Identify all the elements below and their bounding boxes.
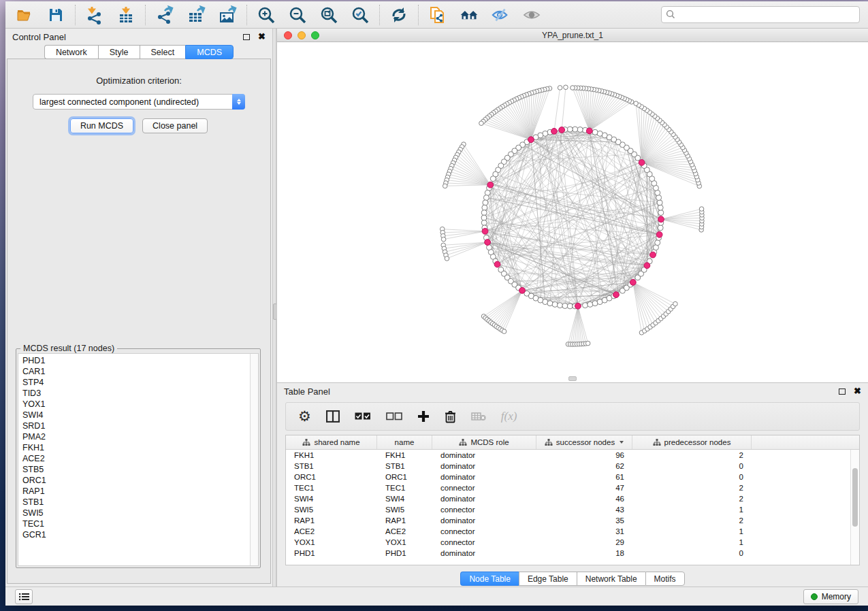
table-cell: 2 <box>632 516 752 525</box>
column-header-name[interactable]: name <box>377 435 432 449</box>
delete-column-icon[interactable] <box>445 410 456 423</box>
close-panel-icon[interactable]: ✖ <box>258 33 266 40</box>
mcds-tab-page: Optimization criterion: largest connecte… <box>7 59 271 584</box>
memory-button[interactable]: Memory <box>803 589 858 604</box>
table-cell: dominator <box>432 451 536 459</box>
apply-layout-icon[interactable] <box>389 5 408 24</box>
select-all-rows-icon[interactable] <box>355 412 371 420</box>
window-maximize-icon[interactable] <box>311 31 319 39</box>
zoom-out-icon[interactable] <box>288 5 307 24</box>
export-image-icon[interactable] <box>218 5 237 24</box>
tab-edge-table[interactable]: Edge Table <box>519 572 577 586</box>
mcds-result-item[interactable]: PHD1 <box>22 355 250 366</box>
delete-table-icon[interactable] <box>471 412 486 421</box>
column-header-predecessor-nodes[interactable]: predecessor nodes <box>632 435 752 449</box>
panel-menu-icon[interactable] <box>15 589 33 604</box>
mcds-result-item[interactable]: SWI5 <box>22 508 250 518</box>
mcds-result-item[interactable]: CAR1 <box>22 366 250 377</box>
add-column-icon[interactable] <box>417 410 430 423</box>
mcds-result-item[interactable]: PMA2 <box>22 431 250 442</box>
table-row[interactable]: PHD1PHD1dominator180 <box>286 548 859 559</box>
import-network-from-file-icon[interactable] <box>85 5 104 24</box>
mcds-result-item[interactable]: FKH1 <box>22 442 250 453</box>
mcds-result-item[interactable]: ORC1 <box>22 475 250 486</box>
tab-select[interactable]: Select <box>140 45 186 59</box>
table-cell: TEC1 <box>286 484 377 492</box>
new-network-from-selection-icon[interactable] <box>428 5 447 24</box>
column-header-MCDS-role[interactable]: MCDS role <box>432 435 536 449</box>
table-row[interactable]: STB1STB1dominator620 <box>286 461 859 472</box>
close-table-panel-icon[interactable]: ✖ <box>854 388 861 395</box>
zoom-in-icon[interactable] <box>257 5 276 24</box>
export-network-icon[interactable] <box>155 5 174 24</box>
node-table-header: shared namenameMCDS rolesuccessor nodesp… <box>286 435 859 450</box>
zoom-selected-icon[interactable] <box>351 5 370 24</box>
split-panel-columns-icon[interactable] <box>326 410 340 423</box>
mcds-result-item[interactable]: TID3 <box>22 388 250 399</box>
column-header-shared-name[interactable]: shared name <box>286 435 377 449</box>
close-panel-button[interactable]: Close panel <box>142 118 208 133</box>
float-table-panel-icon[interactable] <box>839 389 846 395</box>
table-row[interactable]: FKH1FKH1dominator962 <box>286 450 859 461</box>
table-scrollbar-thumb[interactable] <box>852 468 858 527</box>
apply-function-icon[interactable]: f(x) <box>501 410 517 423</box>
table-row[interactable]: SWI5SWI5connector431 <box>286 504 859 515</box>
table-panel: Table Panel ✖ ⚙ <box>276 382 868 587</box>
window-minimize-icon[interactable] <box>298 31 306 39</box>
table-row[interactable]: TEC1TEC1connector472 <box>286 482 859 493</box>
control-panel-tabs: NetworkStyleSelectMCDS <box>5 45 272 59</box>
mcds-result-item[interactable]: SRD1 <box>22 420 250 431</box>
search-field-wrap <box>661 6 860 23</box>
mcds-result-item[interactable]: GCR1 <box>22 529 250 540</box>
show-all-icon[interactable] <box>522 5 541 24</box>
mcds-result-item[interactable]: ACE2 <box>22 453 250 464</box>
tab-network[interactable]: Network <box>44 45 98 59</box>
mcds-result-item[interactable]: YOX1 <box>22 399 250 410</box>
deselect-all-rows-icon[interactable] <box>386 412 402 420</box>
tab-motifs[interactable]: Motifs <box>645 572 685 586</box>
table-cell: SWI4 <box>377 495 432 503</box>
table-row[interactable]: YOX1YOX1connector291 <box>286 537 859 548</box>
table-settings-gear-icon[interactable]: ⚙ <box>298 410 311 423</box>
tab-network-table[interactable]: Network Table <box>577 572 645 586</box>
table-row[interactable]: ORC1ORC1dominator610 <box>286 472 859 482</box>
column-header-successor-nodes[interactable]: successor nodes <box>536 435 632 449</box>
open-file-icon[interactable] <box>15 5 34 24</box>
network-canvas[interactable] <box>277 42 868 382</box>
network-graph <box>277 42 868 382</box>
table-scrollbar[interactable] <box>850 450 859 565</box>
export-table-icon[interactable] <box>187 5 206 24</box>
mcds-result-scrollbar[interactable] <box>250 354 258 565</box>
network-view-title: YPA_prune.txt_1 <box>542 31 603 40</box>
window-close-icon[interactable] <box>284 31 292 39</box>
zoom-fit-content-icon[interactable] <box>319 5 338 24</box>
mcds-result-item[interactable]: STB1 <box>22 497 250 508</box>
splitter-grip[interactable] <box>568 376 577 381</box>
table-cell: ORC1 <box>377 473 432 481</box>
save-session-icon[interactable] <box>46 5 65 24</box>
table-cell: STB1 <box>286 462 377 470</box>
mcds-result-item[interactable]: STB5 <box>22 464 250 475</box>
table-cell: RAP1 <box>286 516 377 525</box>
table-row[interactable]: SWI4SWI4dominator462 <box>286 493 859 504</box>
mcds-result-item[interactable]: STP4 <box>22 377 250 388</box>
mcds-result-item[interactable]: RAP1 <box>22 486 250 497</box>
tab-node-table[interactable]: Node Table <box>460 572 519 586</box>
import-table-from-file-icon[interactable] <box>116 5 135 24</box>
search-input[interactable] <box>661 6 860 23</box>
table-cell: 1 <box>632 538 752 546</box>
node-table: shared namenameMCDS rolesuccessor nodesp… <box>285 435 860 565</box>
mcds-result-item[interactable]: TEC1 <box>22 518 250 529</box>
table-row[interactable]: RAP1RAP1dominator352 <box>286 515 859 526</box>
first-neighbors-icon[interactable] <box>460 5 479 24</box>
hide-selected-icon[interactable] <box>491 5 510 24</box>
run-mcds-button[interactable]: Run MCDS <box>70 118 133 133</box>
table-cell: dominator <box>432 462 536 470</box>
float-panel-icon[interactable] <box>243 34 250 40</box>
optimization-criterion-select[interactable]: largest connected component (undirected) <box>33 94 245 110</box>
tab-mcds[interactable]: MCDS <box>185 45 234 59</box>
table-cell: SWI4 <box>286 495 377 503</box>
table-row[interactable]: ACE2ACE2connector311 <box>286 526 859 537</box>
tab-style[interactable]: Style <box>98 45 140 59</box>
mcds-result-item[interactable]: SWI4 <box>22 410 250 420</box>
